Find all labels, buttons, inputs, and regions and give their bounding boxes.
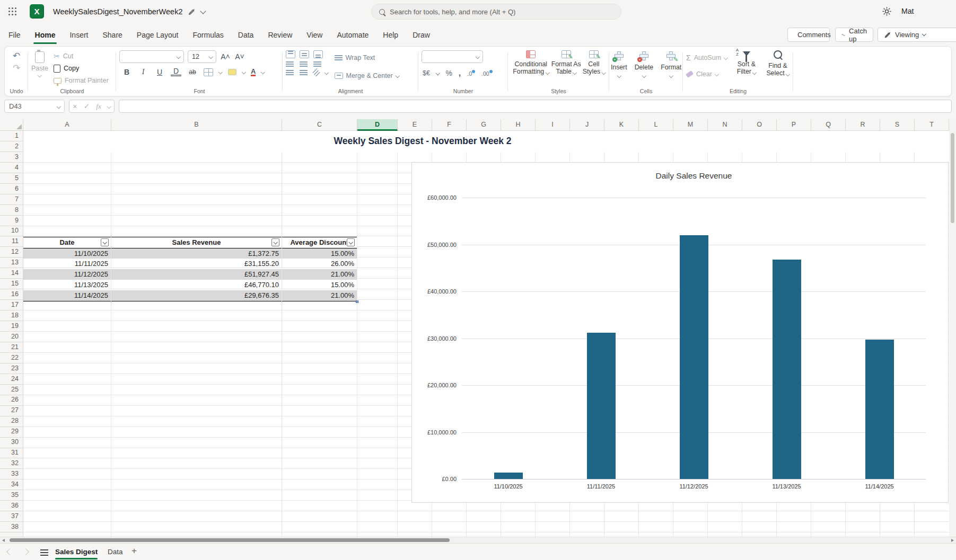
vertical-scroll-thumb[interactable] [951, 133, 954, 223]
wrap-text-button[interactable]: Wrap Text [335, 52, 399, 64]
tab-insert[interactable]: Insert [69, 23, 88, 46]
row-header-7[interactable]: 7 [0, 194, 23, 205]
merge-center-button[interactable]: Merge & Center [335, 70, 399, 82]
chart[interactable]: Daily Sales Revenue £0.00£10,000.00£20,0… [411, 162, 949, 503]
horizontal-scroll-thumb[interactable] [10, 538, 450, 542]
row-header-22[interactable]: 22 [0, 353, 23, 363]
app-launcher-icon[interactable] [8, 7, 10, 9]
row-header-6[interactable]: 6 [0, 184, 23, 194]
table-cell[interactable]: 11/10/2025 [23, 248, 111, 259]
font-color-icon[interactable]: A [251, 68, 256, 76]
excel-logo[interactable]: X [30, 4, 44, 19]
font-name-select[interactable] [119, 50, 184, 63]
merged-title-cell[interactable]: Weekly Sales Digest - November Week 2 [23, 131, 949, 152]
sheet-tab-sales-digest[interactable]: Sales Digest [55, 544, 98, 560]
strikethrough-button[interactable]: ab [187, 68, 198, 76]
insert-function-icon[interactable]: fx [96, 102, 101, 111]
table-column-header[interactable]: Average Discount [282, 237, 357, 248]
column-header-N[interactable]: N [708, 119, 742, 131]
table-cell[interactable]: 26.00% [282, 259, 357, 269]
column-header-H[interactable]: H [501, 119, 536, 131]
accounting-format-icon[interactable]: $€ [423, 69, 430, 77]
formula-input[interactable] [119, 100, 952, 113]
delete-cells-button[interactable]: × Delete [635, 51, 654, 77]
borders-icon[interactable] [204, 68, 213, 76]
row-header-32[interactable]: 32 [0, 458, 23, 469]
insert-cells-button[interactable]: + Insert [611, 51, 627, 77]
italic-button[interactable]: I [138, 68, 148, 76]
row-header-4[interactable]: 4 [0, 163, 23, 173]
filter-button[interactable] [271, 238, 279, 246]
column-header-B[interactable]: B [111, 119, 282, 131]
tab-data[interactable]: Data [238, 23, 254, 46]
column-header-K[interactable]: K [604, 119, 639, 131]
row-header-10[interactable]: 10 [0, 226, 23, 236]
column-header-A[interactable]: A [23, 119, 111, 131]
previous-sheet-icon[interactable] [6, 548, 13, 555]
next-sheet-icon[interactable] [22, 548, 29, 555]
table-column-header[interactable]: Sales Revenue [111, 237, 282, 248]
decrease-font-size-icon[interactable]: A˅ [234, 52, 245, 61]
column-header-O[interactable]: O [742, 119, 777, 131]
table-cell[interactable]: 15.00% [282, 248, 357, 259]
vertical-scrollbar[interactable] [950, 119, 956, 537]
conditional-formatting-button[interactable]: Conditional Formatting [511, 50, 550, 75]
font-size-select[interactable]: 12 [188, 50, 216, 63]
row-header-8[interactable]: 8 [0, 205, 23, 216]
table-cell[interactable]: 11/13/2025 [23, 280, 111, 290]
row-header-33[interactable]: 33 [0, 469, 23, 479]
table-cell[interactable]: 21.00% [282, 290, 357, 301]
tab-view[interactable]: View [306, 23, 322, 46]
filter-button[interactable] [347, 238, 355, 246]
user-name[interactable]: Mat [901, 7, 914, 15]
row-header-25[interactable]: 25 [0, 385, 23, 395]
viewing-mode-button[interactable]: Viewing [878, 28, 956, 42]
row-header-36[interactable]: 36 [0, 501, 23, 511]
format-as-table-button[interactable]: ✎ Format As Table [550, 50, 581, 75]
cut-button[interactable]: ✂ Cut [54, 50, 109, 62]
bold-button[interactable]: B [121, 68, 132, 76]
align-bottom-icon[interactable] [313, 50, 323, 58]
row-header-19[interactable]: 19 [0, 321, 23, 332]
undo-button[interactable]: ↶ [13, 50, 20, 61]
copy-button[interactable]: Copy [54, 63, 109, 74]
row-header-21[interactable]: 21 [0, 342, 23, 353]
filter-button[interactable] [101, 238, 109, 246]
row-header-15[interactable]: 15 [0, 279, 23, 289]
column-header-L[interactable]: L [639, 119, 673, 131]
percent-style-icon[interactable]: % [445, 69, 452, 77]
row-header-37[interactable]: 37 [0, 511, 23, 522]
align-right-icon[interactable] [313, 61, 321, 67]
tab-home[interactable]: Home [35, 23, 56, 46]
document-title[interactable]: WeeklySalesDigest_NovemberWeek2 [53, 7, 182, 16]
row-header-38[interactable]: 38 [0, 522, 23, 532]
tab-review[interactable]: Review [268, 23, 292, 46]
name-box[interactable]: D43 [4, 100, 65, 113]
tab-page-layout[interactable]: Page Layout [137, 23, 179, 46]
sheet-tab-data[interactable]: Data [108, 544, 123, 560]
select-all-button[interactable] [0, 119, 23, 131]
increase-decimal-icon[interactable]: .0 [467, 70, 475, 77]
catch-up-button[interactable]: Catch up [835, 28, 873, 42]
autosum-button[interactable]: Σ AutoSum [686, 52, 727, 64]
align-center-icon[interactable] [300, 61, 308, 67]
number-format-select[interactable] [422, 50, 483, 63]
row-header-9[interactable]: 9 [0, 216, 23, 226]
column-header-F[interactable]: F [432, 119, 467, 131]
table-cell[interactable]: 11/11/2025 [23, 259, 111, 269]
tab-formulas[interactable]: Formulas [192, 23, 223, 46]
row-header-34[interactable]: 34 [0, 479, 23, 490]
confirm-entry-icon[interactable]: ✓ [84, 102, 90, 110]
fill-color-icon[interactable] [228, 69, 236, 75]
format-painter-button[interactable]: Format Painter [54, 75, 109, 86]
paste-button[interactable]: Paste [31, 50, 48, 77]
column-header-J[interactable]: J [570, 119, 604, 131]
row-header-3[interactable]: 3 [0, 152, 23, 163]
table-cell[interactable]: £31,155.20 [111, 259, 282, 269]
new-sheet-button[interactable]: + [131, 546, 137, 556]
tab-file[interactable]: File [8, 23, 21, 46]
settings-gear-icon[interactable] [882, 6, 892, 16]
find-select-button[interactable]: Find & Select [766, 50, 790, 77]
column-header-C[interactable]: C [282, 119, 357, 131]
row-header-14[interactable]: 14 [0, 268, 23, 279]
